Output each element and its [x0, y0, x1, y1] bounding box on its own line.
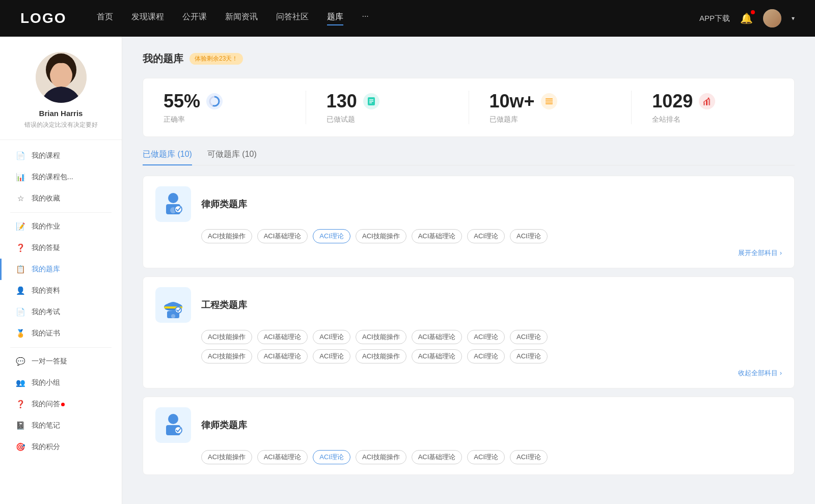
sidebar: Brian Harris 错误的决定比没有决定要好 📄 我的课程 📊 我的课程包…	[0, 37, 122, 504]
question-dot-badge	[61, 403, 65, 406]
tag[interactable]: ACI技能操作	[356, 450, 406, 464]
tag[interactable]: ACI理论	[510, 450, 548, 464]
nav-qa[interactable]: 问答社区	[276, 12, 309, 25]
notes-icon: 📓	[15, 421, 25, 430]
user-avatar-nav[interactable]	[763, 9, 781, 27]
sidebar-menu: 📄 我的课程 📊 我的课程包... ☆ 我的收藏 📝 我的作业 ❓ 我的答疑 �	[0, 140, 122, 463]
chevron-down-icon[interactable]: ▾	[792, 15, 795, 22]
accuracy-icon	[206, 93, 223, 109]
banks-value: 10w+	[490, 91, 535, 112]
tags-row-lawyer-1: ACI技能操作 ACI基础理论 ACI理论 ACI技能操作 ACI基础理论 AC…	[201, 229, 782, 243]
bank-name-lawyer-1: 律师类题库	[201, 198, 247, 210]
svg-rect-15	[709, 99, 710, 105]
tag[interactable]: ACI基础理论	[257, 450, 308, 464]
nav-more[interactable]: ···	[362, 12, 368, 25]
tag[interactable]: ACI技能操作	[356, 349, 406, 363]
ranking-label: 全站排名	[652, 115, 681, 124]
svg-point-29	[168, 414, 178, 424]
nav-news[interactable]: 新闻资讯	[225, 12, 258, 25]
page-title: 我的题库	[143, 52, 183, 66]
tags-row-lawyer-2: ACI技能操作 ACI基础理论 ACI理论 ACI技能操作 ACI基础理论 AC…	[201, 450, 782, 464]
sidebar-item-qa[interactable]: ❓ 我的答疑	[0, 237, 122, 259]
nav-discover[interactable]: 发现课程	[131, 12, 164, 25]
bank-card-lawyer-1: 律师类题库 ACI技能操作 ACI基础理论 ACI理论 ACI技能操作 ACI基…	[143, 176, 795, 268]
sidebar-item-one-on-one[interactable]: 💬 一对一答疑	[0, 351, 122, 372]
notification-bell-icon[interactable]: 🔔	[740, 12, 753, 24]
tag[interactable]: ACI理论	[313, 330, 350, 344]
sidebar-item-course-pack[interactable]: 📊 我的课程包...	[0, 166, 122, 188]
tag[interactable]: ACI基础理论	[257, 330, 308, 344]
nav-links: 首页 发现课程 公开课 新闻资讯 问答社区 题库 ···	[97, 12, 699, 25]
tag[interactable]: ACI技能操作	[201, 229, 252, 243]
stat-ranking: 1029 全站排名	[632, 91, 794, 124]
sidebar-item-question-bank[interactable]: 📋 我的题库	[0, 259, 122, 280]
tag[interactable]: ACI技能操作	[201, 330, 252, 344]
tag[interactable]: ACI理论	[467, 330, 505, 344]
tab-done-banks[interactable]: 已做题库 (10)	[143, 149, 192, 165]
nav-opencourse[interactable]: 公开课	[182, 12, 207, 25]
bank-card-lawyer-2: 律师类题库 ACI技能操作 ACI基础理论 ACI理论 ACI技能操作 ACI基…	[143, 397, 795, 475]
lawyer-icon-1	[155, 186, 191, 222]
tag[interactable]: ACI技能操作	[356, 229, 406, 243]
tag[interactable]: ACI基础理论	[257, 349, 308, 363]
stat-questions: 130 已做试题	[306, 91, 469, 124]
collapse-link-engineer[interactable]: 收起全部科目 ›	[155, 369, 782, 378]
tag[interactable]: ACI理论	[510, 349, 548, 363]
tag[interactable]: ACI理论	[467, 229, 505, 243]
tags-row-engineer-1: ACI技能操作 ACI基础理论 ACI理论 ACI技能操作 ACI基础理论 AC…	[201, 330, 782, 344]
tag-active[interactable]: ACI理论	[313, 450, 350, 464]
nav-bank[interactable]: 题库	[327, 12, 343, 25]
ranking-icon	[699, 93, 715, 109]
points-icon: 🎯	[15, 442, 25, 452]
app-download-button[interactable]: APP下载	[699, 14, 730, 23]
lawyer-icon-2	[155, 407, 191, 443]
profile-motto: 错误的决定比没有决定要好	[24, 121, 98, 129]
tag[interactable]: ACI理论	[510, 330, 548, 344]
tag[interactable]: ACI理论	[510, 229, 548, 243]
stat-accuracy: 55% 正确率	[143, 91, 306, 124]
tag[interactable]: ACI理论	[313, 349, 350, 363]
banks-label: 已做题库	[490, 115, 518, 124]
chat-icon: 💬	[15, 357, 25, 366]
avatar	[36, 52, 87, 103]
tag[interactable]: ACI技能操作	[201, 450, 252, 464]
sidebar-item-points[interactable]: 🎯 我的积分	[0, 436, 122, 458]
tag[interactable]: ACI基础理论	[412, 349, 463, 363]
course-pack-icon: 📊	[15, 173, 25, 182]
tag[interactable]: ACI基础理论	[257, 229, 308, 243]
svg-rect-14	[706, 100, 708, 105]
profile-name: Brian Harris	[39, 109, 83, 118]
trial-badge: 体验剩余23天！	[189, 53, 243, 65]
tag[interactable]: ACI理论	[467, 450, 505, 464]
sidebar-item-exam[interactable]: 📄 我的考试	[0, 301, 122, 323]
certificate-icon: 🏅	[15, 329, 25, 338]
course-icon: 📄	[15, 151, 25, 160]
nav-home[interactable]: 首页	[97, 12, 113, 25]
sidebar-item-certificate[interactable]: 🏅 我的证书	[0, 323, 122, 344]
tag[interactable]: ACI基础理论	[412, 229, 463, 243]
sidebar-item-notes[interactable]: 📓 我的笔记	[0, 415, 122, 436]
tag[interactable]: ACI技能操作	[356, 330, 406, 344]
tag[interactable]: ACI理论	[467, 349, 505, 363]
questions-icon: ❓	[15, 400, 25, 409]
expand-link-lawyer-1[interactable]: 展开全部科目 ›	[155, 248, 782, 258]
sidebar-item-favorites[interactable]: ☆ 我的收藏	[0, 188, 122, 209]
sidebar-item-profile[interactable]: 👤 我的资料	[0, 280, 122, 301]
tag[interactable]: ACI基础理论	[412, 330, 463, 344]
sidebar-item-my-questions[interactable]: ❓ 我的问答	[0, 394, 122, 415]
tag[interactable]: ACI技能操作	[201, 349, 252, 363]
accuracy-label: 正确率	[164, 115, 185, 124]
group-icon: 👥	[15, 378, 25, 387]
tab-available-banks[interactable]: 可做题库 (10)	[207, 149, 257, 165]
sidebar-item-homework[interactable]: 📝 我的作业	[0, 216, 122, 237]
star-icon: ☆	[15, 194, 25, 203]
questions-label: 已做试题	[327, 115, 355, 124]
questions-icon	[363, 93, 379, 109]
exam-icon: 📄	[15, 307, 25, 317]
sidebar-item-group[interactable]: 👥 我的小组	[0, 372, 122, 394]
tag[interactable]: ACI基础理论	[412, 450, 463, 464]
logo: LOGO	[20, 10, 66, 26]
sidebar-item-my-course[interactable]: 📄 我的课程	[0, 145, 122, 166]
tag-active[interactable]: ACI理论	[313, 229, 350, 243]
main-layout: Brian Harris 错误的决定比没有决定要好 📄 我的课程 📊 我的课程包…	[0, 37, 815, 504]
